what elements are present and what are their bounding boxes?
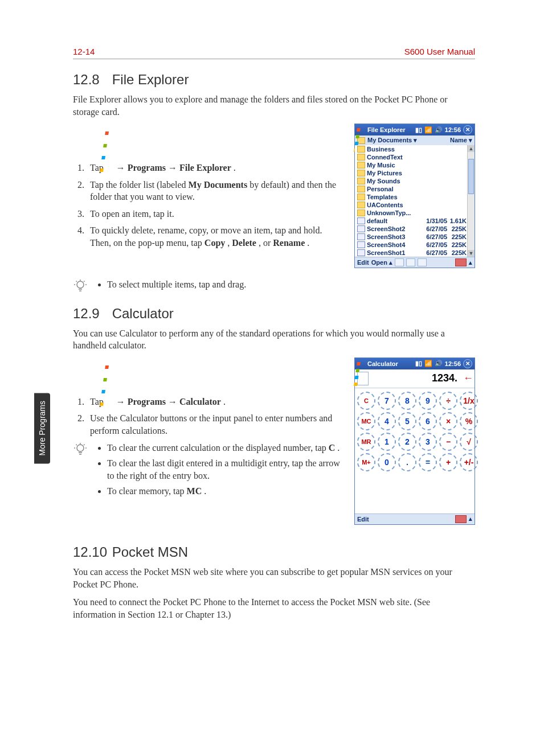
section-title: Pocket MSN [112,544,188,560]
file-icon [357,241,365,248]
scrollbar[interactable]: ▲ ▼ [467,145,475,257]
scroll-up-icon[interactable]: ▲ [468,145,475,152]
folder-icon [357,178,365,184]
calc-edit-menu[interactable]: Edit [357,516,369,523]
speaker-icon: 🔊 [435,126,443,134]
calc-key-op[interactable]: + [439,453,457,471]
folder-row[interactable]: UAContents [355,201,475,209]
toolbar-icon[interactable] [395,258,404,266]
file-icon [357,217,365,224]
calc-key-9[interactable]: 9 [419,392,437,410]
scroll-thumb[interactable] [468,159,474,194]
fe-folder-dropdown[interactable]: My Documents ▾ [367,137,417,144]
calc-tip-2: To clear the last digit entered in a mul… [107,457,344,482]
file-row[interactable]: ScreenShot46/27/05225K [355,241,475,249]
toolbar-icon[interactable] [418,258,427,266]
section-12-9-heading: 12.9 Calculator [73,306,475,322]
folder-row[interactable]: My Sounds [355,177,475,185]
manual-page: More Programs 12-14 S600 User Manual 12.… [0,0,548,756]
fe-steps: Tap → Programs → File Explorer . Tap the… [73,126,344,249]
folder-row[interactable]: UnknownTyp... [355,209,475,217]
calc-key-op[interactable]: √ [460,433,478,451]
toolbar-icon[interactable] [406,258,415,266]
folder-icon [357,209,365,216]
calc-key-3[interactable]: 3 [419,433,437,451]
keyboard-icon[interactable] [455,258,467,266]
calc-key-MR[interactable]: MR [357,433,375,451]
calc-tip-3: To clear memory, tap MC . [107,485,344,498]
calc-display: 1234. [372,372,460,384]
file-row[interactable]: ScreenShot26/27/05225K [355,225,475,233]
close-icon[interactable]: ✕ [463,125,472,134]
calc-key-8[interactable]: 8 [398,392,416,410]
calc-titlebar: Calculator ▮▯ 📶 🔊 12:56 ✕ [355,358,475,369]
folder-row[interactable]: Templates [355,193,475,201]
calculator-screenshot: Calculator ▮▯ 📶 🔊 12:56 ✕ 1234. ← C789÷1… [354,358,475,525]
calc-key-op[interactable]: × [439,412,457,430]
chapter-side-tab: More Programs [34,393,50,463]
fe-sort-dropdown[interactable]: Name ▾ [450,137,472,144]
calc-key-0[interactable]: 0 [378,453,396,471]
folder-row[interactable]: Business [355,145,475,153]
fe-window-title: File Explorer [367,126,406,133]
section-12-8-heading: 12.8 File Explorer [73,72,475,88]
start-icon [357,360,365,368]
start-icon [106,126,114,134]
calc-key-7[interactable]: 7 [378,392,396,410]
calc-key-op[interactable]: ÷ [439,392,457,410]
start-icon [106,360,114,368]
backspace-icon[interactable]: ← [463,372,472,384]
close-icon[interactable]: ✕ [463,359,472,368]
folder-row[interactable]: ConnedText [355,153,475,161]
folder-row[interactable]: My Music [355,161,475,169]
calc-key-op[interactable]: = [419,453,437,471]
fe-titlebar: File Explorer ▮▯ 📶 🔊 12:56 ✕ [355,124,475,135]
section-number: 12.8 [73,72,108,88]
file-icon [357,249,365,256]
fe-file-list[interactable]: BusinessConnedTextMy MusicMy PicturesMy … [355,145,475,257]
calc-key-1[interactable]: 1 [378,433,396,451]
calc-keypad: C789÷1/xMC456×%MR123−√M+0.=++/- [355,388,475,474]
file-explorer-screenshot: File Explorer ▮▯ 📶 🔊 12:56 ✕ My Document… [354,124,475,268]
svg-point-1 [77,445,84,451]
calc-key-4[interactable]: 4 [378,412,396,430]
sip-up-icon[interactable]: ▴ [469,515,472,523]
scroll-down-icon[interactable]: ▼ [468,250,475,257]
calc-key-op[interactable]: − [439,433,457,451]
calc-key-1opx[interactable]: 1/x [460,392,478,410]
section-12-10-heading: 12.10 Pocket MSN [73,544,475,560]
calc-key-5[interactable]: 5 [398,412,416,430]
calc-memory-indicator [357,372,369,385]
calc-key-opopop[interactable]: +/- [460,453,478,471]
fe-tip: To select multiple items, tap and drag. [107,278,246,291]
fe-step-3: To open an item, tap it. [87,208,344,220]
fe-step-1: Tap → Programs → File Explorer . [87,126,344,174]
fe-edit-menu[interactable]: Edit [357,259,369,266]
file-row[interactable]: default1/31/051.61K [355,217,475,225]
sip-up-icon[interactable]: ▴ [469,259,472,266]
calc-key-op[interactable]: . [398,453,416,471]
calc-key-MC[interactable]: MC [357,412,375,430]
page-header: 12-14 S600 User Manual [73,47,475,59]
folder-icon [357,194,365,200]
file-row[interactable]: ScreenShot36/27/05225K [355,233,475,241]
calc-key-Mop[interactable]: M+ [357,453,375,471]
calc-key-2[interactable]: 2 [398,433,416,451]
fe-open-menu[interactable]: Open ▴ [371,259,392,266]
calc-key-op[interactable]: % [460,412,478,430]
keyboard-icon[interactable] [455,515,467,523]
fe-tip-list: To select multiple items, tap and drag. [96,278,246,294]
speaker-icon: 🔊 [435,360,443,367]
folder-row[interactable]: My Pictures [355,169,475,177]
manual-title: S600 User Manual [404,47,475,56]
file-row[interactable]: ScreenShot16/27/05225K [355,249,475,257]
folder-icon [357,162,365,169]
calc-key-C[interactable]: C [357,392,375,410]
folder-row[interactable]: Personal [355,185,475,193]
folder-icon [357,146,365,153]
start-icon [357,126,365,134]
signal-icon: ▮▯ [415,126,422,134]
calc-step-2: Use the Calculator buttons or the input … [87,412,344,437]
calc-key-6[interactable]: 6 [419,412,437,430]
msn-p2: You need to connect the Pocket PC Phone … [73,596,475,621]
